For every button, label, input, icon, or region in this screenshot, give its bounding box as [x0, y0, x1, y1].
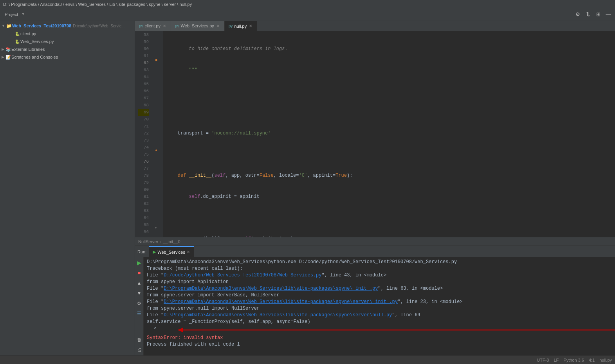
gutter-87: [152, 218, 160, 224]
error-arrow-svg: [178, 323, 615, 337]
run-icon: ▶: [153, 249, 156, 255]
ln-59: 59: [138, 38, 149, 45]
tab-client-py-close[interactable]: ✕: [162, 23, 167, 29]
ln-84: 84: [138, 214, 149, 221]
ln-67: 67: [138, 95, 149, 102]
bottom-content: ▶ ■ ▲ ▼ ⚙ ☰ 🗑 🖨 D:\ProgramData\Anaconda3…: [135, 257, 615, 355]
gutter-82: [152, 186, 160, 192]
python-file-icon-2: 🐍: [14, 38, 20, 45]
code-gutter: ●: [152, 31, 160, 237]
chevron-down-icon: ▼: [2, 24, 5, 28]
gutter-81: [152, 179, 160, 186]
project-menu-button[interactable]: Project: [2, 11, 20, 18]
chevron-right-icon: ▶: [2, 47, 4, 51]
status-python-version: Python 3.6: [563, 358, 584, 362]
project-path: D:\code\python\Web_Servic...: [73, 24, 124, 28]
ln-68: 68: [138, 102, 149, 109]
gutter-58: [152, 31, 160, 38]
tab-null-py-close[interactable]: ✕: [248, 23, 253, 29]
settings-button[interactable]: ⚙: [135, 299, 143, 307]
sidebar-tree: ▼ 📁 Web_Services_Test20190708 D:\code\py…: [0, 20, 135, 355]
print-button[interactable]: 🖨: [135, 346, 143, 354]
scroll-down-button[interactable]: ▼: [135, 289, 143, 297]
library-icon: 📚: [5, 46, 11, 52]
ln-60: 60: [138, 45, 149, 52]
code-line-64: def __init__ ( self , app, ostr = False …: [166, 172, 615, 179]
stop-button[interactable]: ■: [135, 269, 143, 277]
status-bar: UTF-8 LF Python 3.6 4:1 null.py: [0, 355, 615, 364]
main-toolbar: Project ▼ ⚙ ⇅ ⊞ —: [0, 9, 615, 20]
breadcrumb-separator: ›: [160, 239, 161, 244]
console-link-2[interactable]: D:\ProgramData\Anaconda3\envs\Web_Servic…: [164, 285, 378, 292]
console-line-import2: from spyne.server import ServerBase, Nul…: [147, 292, 612, 299]
ln-58: 58: [138, 31, 149, 38]
gutter-62-bp: ●: [152, 57, 160, 63]
bottom-tab-close-icon[interactable]: ✕: [187, 250, 190, 254]
toolbar-collapse-icon[interactable]: —: [604, 10, 613, 19]
console-arrow-line: ^: [147, 325, 612, 333]
code-line-60: [166, 88, 615, 95]
console-line-import3: from spyne.server.null import NullServer: [147, 305, 612, 312]
status-encoding: UTF-8: [537, 358, 549, 362]
breakpoint-indicator: ●: [155, 57, 157, 63]
gutter-61: [152, 50, 160, 57]
gutter-64: [152, 70, 160, 76]
gutter-88: ▸: [152, 224, 160, 231]
ln-72: 72: [138, 130, 149, 137]
tab-client-py[interactable]: py client.py ✕: [135, 21, 171, 31]
scroll-up-button[interactable]: ▲: [135, 279, 143, 287]
console-line-import1: from spyne import Application: [147, 279, 612, 285]
console-line-file4: File " D:\ProgramData\Anaconda3\envs\Web…: [147, 312, 612, 319]
gutter-74: [152, 134, 160, 141]
gutter-73: [152, 128, 160, 134]
sidebar-item-client-py[interactable]: 🐍 client.py: [0, 30, 135, 38]
console-link-3[interactable]: D:\ProgramData\Anaconda3\envs\Web_Servic…: [164, 299, 398, 305]
gutter-70: [152, 109, 160, 115]
code-line-61: [166, 109, 615, 116]
filter-button[interactable]: ☰: [135, 310, 143, 317]
fold-icon: ●: [155, 149, 157, 152]
toolbar-expand-icon[interactable]: ⊞: [594, 10, 602, 19]
tab-null-py[interactable]: py null.py ✕: [225, 21, 257, 31]
run-label: Run:: [135, 249, 149, 254]
breadcrumb-nullserver: NullServer: [138, 239, 158, 244]
tab-bar: py client.py ✕ py Web_Services.py ✕ py n…: [135, 20, 615, 31]
gutter-80: [152, 173, 160, 179]
chevron-right-icon-2: ▶: [2, 55, 4, 59]
toolbar-sort-icon[interactable]: ⇅: [584, 10, 592, 19]
code-content[interactable]: to hide context delimiters in logs. """ …: [163, 31, 615, 237]
ln-79: 79: [138, 179, 149, 186]
ln-71: 71: [138, 123, 149, 130]
sidebar-item-scratches[interactable]: ▶ 📝 Scratches and Consoles: [0, 53, 135, 61]
toolbar-settings-icon[interactable]: ⚙: [574, 10, 582, 19]
gutter-69: [152, 102, 160, 108]
sidebar-item-project-root[interactable]: ▼ 📁 Web_Services_Test20190708 D:\code\py…: [0, 22, 135, 30]
line-gutter: 58 59 60 61 62 63 64 65 66 67 68 69 70 7…: [135, 31, 163, 237]
gutter-85: [152, 205, 160, 212]
bottom-tab-bar: Run: ▶ Web_Services ✕: [135, 246, 615, 257]
gutter-71: [152, 115, 160, 121]
ln-74: 74: [138, 144, 149, 151]
tab-web-services-close[interactable]: ✕: [216, 23, 220, 29]
trash-button[interactable]: 🗑: [135, 336, 143, 344]
gutter-68: [152, 96, 160, 102]
bottom-tab-web-services[interactable]: ▶ Web_Services ✕: [149, 246, 194, 257]
code-editor: 58 59 60 61 62 63 64 65 66 67 68 69 70 7…: [135, 31, 615, 237]
status-right: UTF-8 LF Python 3.6 4:1 null.py: [537, 358, 612, 362]
console-link-1[interactable]: D:/code/python/Web_Services_Test20190708…: [164, 272, 321, 279]
ln-73: 73: [138, 137, 149, 144]
sidebar-item-web-services-py[interactable]: 🐍 Web_Services.py: [0, 38, 135, 45]
console-line-traceback: Traceback (most recent call last):: [147, 265, 612, 272]
console-line-file1: File " D:/code/python/Web_Services_Test2…: [147, 272, 612, 279]
client-py-label: client.py: [20, 31, 36, 36]
ln-81: 81: [138, 193, 149, 200]
tab-web-services-py[interactable]: py Web_Services.py ✕: [171, 21, 225, 31]
status-line-ending: LF: [554, 358, 559, 362]
run-button[interactable]: ▶: [135, 259, 143, 267]
web-services-py-label: Web_Services.py: [20, 39, 54, 44]
ln-76: 76: [138, 158, 149, 165]
gutter-84: [152, 199, 160, 205]
console-link-4[interactable]: D:\ProgramData\Anaconda3\envs\Web_Servic…: [164, 312, 392, 319]
bottom-left-toolbar: ▶ ■ ▲ ▼ ⚙ ☰ 🗑 🖨: [135, 257, 144, 355]
sidebar-item-external-libs[interactable]: ▶ 📚 External Libraries: [0, 45, 135, 53]
